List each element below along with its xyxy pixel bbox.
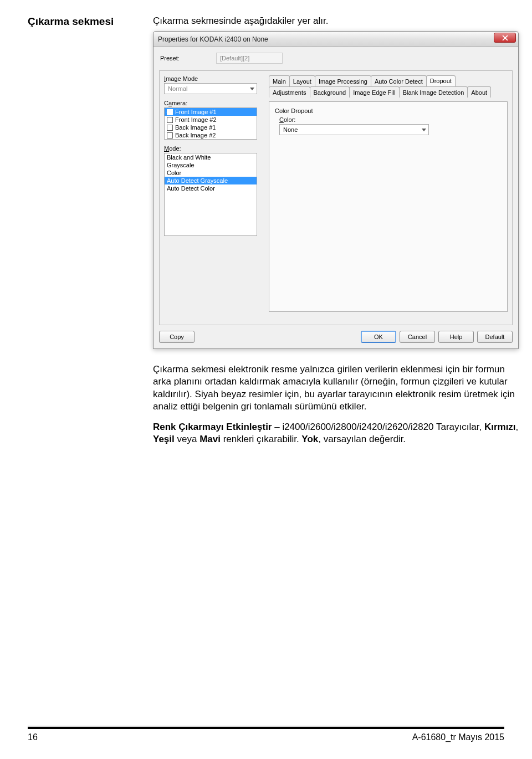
doc-id: A-61680_tr Mayıs 2015 (412, 732, 504, 742)
camera-item[interactable]: Back Image #1 (165, 124, 257, 131)
page-footer: 16 A-61680_tr Mayıs 2015 (28, 727, 504, 742)
camera-item-label: Front Image #1 (175, 109, 217, 115)
mode-listbox[interactable]: Black and WhiteGrayscaleColorAuto Detect… (164, 153, 257, 236)
dialog-titlebar[interactable]: Properties for KODAK i2400 on None (154, 32, 518, 47)
checkbox-icon[interactable] (167, 125, 173, 131)
tab-main[interactable]: Main (269, 75, 290, 86)
copy-button[interactable]: Copy (159, 331, 195, 343)
properties-dialog: Properties for KODAK i2400 on None Prese… (153, 31, 519, 349)
tab-background[interactable]: Background (310, 86, 350, 98)
tab-about[interactable]: About (467, 86, 491, 98)
camera-listbox[interactable]: Front Image #1Front Image #2Back Image #… (164, 107, 257, 140)
help-button[interactable]: Help (438, 331, 474, 343)
camera-item-label: Back Image #2 (175, 132, 216, 139)
cancel-button[interactable]: Cancel (400, 331, 435, 343)
tab-blank-image-detection[interactable]: Blank Image Detection (399, 86, 468, 98)
camera-label: Camera: (164, 100, 261, 106)
tab-adjustments[interactable]: Adjustments (269, 86, 310, 98)
camera-item[interactable]: Front Image #1 (165, 108, 257, 116)
mode-label: Mode: (164, 145, 261, 152)
color-value: None (283, 126, 298, 133)
chevron-down-icon (250, 88, 254, 90)
tab-image-edge-fill[interactable]: Image Edge Fill (349, 86, 399, 98)
image-mode-label: Image Mode (164, 75, 261, 82)
mode-item[interactable]: Grayscale (165, 161, 257, 169)
close-button[interactable] (494, 33, 516, 43)
page-number: 16 (28, 732, 38, 742)
dropout-tab-panel: Color Dropout Color: None (269, 101, 508, 312)
group-title: Color Dropout (275, 107, 502, 114)
checkbox-icon[interactable] (167, 109, 173, 115)
camera-item[interactable]: Front Image #2 (165, 116, 257, 124)
tab-image-processing[interactable]: Image Processing (315, 75, 371, 86)
camera-item[interactable]: Back Image #2 (165, 131, 257, 139)
tab-dropout[interactable]: Dropout (426, 75, 456, 86)
intro-text: Çıkarma sekmesinde aşağıdakiler yer alır… (153, 16, 519, 27)
mode-item[interactable]: Black and White (165, 153, 257, 161)
image-mode-combo[interactable]: Normal (164, 83, 257, 94)
dialog-title: Properties for KODAK i2400 on None (158, 35, 268, 43)
ok-button[interactable]: OK (361, 331, 396, 343)
camera-item-label: Front Image #2 (175, 116, 217, 123)
checkbox-icon[interactable] (167, 132, 173, 139)
tab-strip: AdjustmentsBackgroundImage Edge FillBlan… (269, 75, 508, 98)
mode-item[interactable]: Auto Detect Color (165, 184, 257, 192)
preset-field: [Default][2] (216, 53, 283, 64)
default-button[interactable]: Default (477, 331, 513, 343)
paragraph-2: Renk Çıkarmayı Etkinleştir – i2400/i2600… (153, 421, 519, 446)
tab-layout[interactable]: Layout (289, 75, 315, 86)
tab-auto-color-detect[interactable]: Auto Color Detect (371, 75, 427, 86)
camera-item-label: Back Image #1 (175, 124, 216, 131)
image-mode-value: Normal (168, 85, 187, 92)
color-label: Color: (279, 116, 502, 123)
mode-item[interactable]: Auto Detect Grayscale (165, 177, 257, 184)
section-heading: Çıkarma sekmesi (28, 16, 133, 28)
preset-label: Preset: (160, 55, 213, 61)
paragraph-1: Çıkarma sekmesi elektronik resme yalnızc… (153, 363, 519, 413)
checkbox-icon[interactable] (167, 117, 173, 123)
chevron-down-icon (422, 129, 426, 131)
close-icon (502, 35, 508, 41)
color-combo[interactable]: None (279, 124, 429, 135)
mode-item[interactable]: Color (165, 169, 257, 177)
